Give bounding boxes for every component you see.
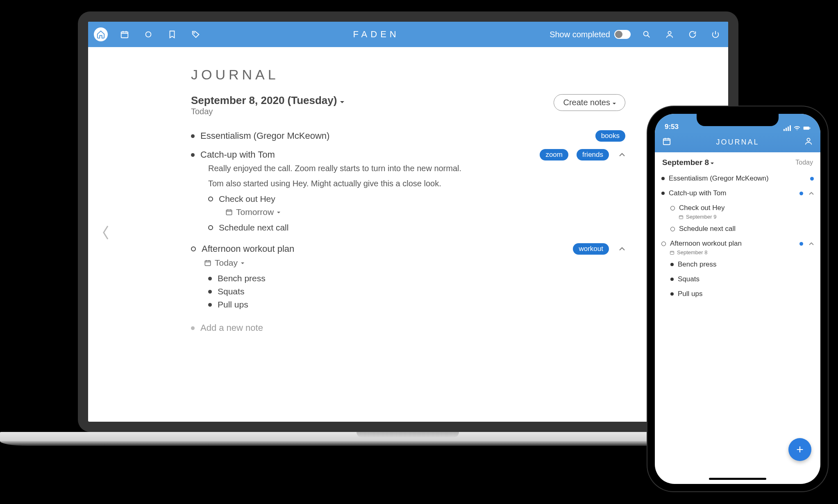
collapse-toggle[interactable] (809, 190, 814, 197)
svg-rect-5 (226, 210, 232, 215)
prev-day-button[interactable] (101, 224, 110, 245)
bullet-task-icon[interactable] (208, 197, 213, 201)
chevron-down-icon (711, 158, 714, 167)
wifi-icon (793, 125, 801, 131)
entry-children: Bench press Squats Pull ups (208, 272, 625, 311)
entry-title: Squats (218, 287, 625, 296)
svg-rect-7 (804, 127, 809, 130)
journal-entry[interactable]: Afternoon workout plan workout Today (191, 242, 625, 311)
tag-books[interactable]: books (595, 130, 625, 142)
tag-workout[interactable]: workout (573, 243, 609, 255)
phone-entry[interactable]: Essentialism (Gregor McKeown) (660, 171, 815, 186)
entry-title: Pull ups (218, 300, 625, 310)
header-left-icons (94, 27, 203, 41)
phone-entry[interactable]: Check out Hey (669, 201, 815, 215)
bullet-task-icon[interactable] (670, 227, 675, 231)
chevron-down-icon (340, 94, 344, 107)
phone-today-label: Today (795, 159, 813, 166)
phone-date-row: September 8 Today (655, 152, 820, 171)
collapse-toggle[interactable] (809, 240, 814, 247)
schedule-chip[interactable]: Tomorrow (225, 207, 625, 217)
toggle-switch[interactable] (614, 30, 631, 39)
add-note-fab[interactable]: + (788, 438, 811, 461)
entry-title: Check out Hey (679, 204, 814, 212)
svg-rect-12 (670, 251, 674, 254)
svg-point-2 (194, 32, 195, 33)
phone-list: Essentialism (Gregor McKeown) Catch-up w… (655, 171, 820, 301)
entry-children: Check out Hey Tomorrow Schedule next cal… (208, 192, 625, 234)
journal-entry[interactable]: Bench press (208, 272, 625, 285)
date-row: September 8, 2020 (Tuesday) Today Create… (191, 94, 625, 127)
entry-title: Afternoon workout plan (670, 240, 795, 248)
battery-icon (803, 125, 811, 131)
user-icon[interactable] (663, 27, 677, 41)
tag-friends[interactable]: friends (577, 149, 609, 160)
bullet-task-icon[interactable] (208, 225, 213, 230)
bullet-task-icon[interactable] (191, 246, 196, 251)
svg-rect-0 (121, 32, 128, 38)
bullet-task-icon[interactable] (661, 242, 666, 246)
phone-entry[interactable]: Pull ups (669, 287, 815, 301)
create-notes-button[interactable]: Create notes (554, 94, 625, 111)
entry-body[interactable]: Really enjoyed the call. Zoom really sta… (208, 162, 625, 190)
calendar-icon[interactable] (118, 27, 132, 41)
journal-entry[interactable]: Catch-up with Tom zoom friends Really en… (191, 147, 625, 234)
journal-entry[interactable]: Schedule next call (208, 221, 625, 234)
phone-entry[interactable]: Squats (669, 272, 815, 287)
entry-title: Essentialism (Gregor McKeown) (669, 174, 806, 183)
power-icon[interactable] (709, 27, 722, 41)
bullet-note-icon (670, 292, 674, 296)
sync-icon[interactable] (686, 27, 699, 41)
entry-title: Pull ups (678, 290, 814, 298)
add-note-placeholder: Add a new note (200, 323, 625, 333)
tag-indicator-icon (799, 192, 803, 195)
svg-rect-9 (663, 139, 670, 145)
user-icon[interactable] (804, 137, 813, 147)
phone-screen: 9:53 JOURNAL September 8 Today (655, 114, 820, 484)
bullet-note-icon (661, 177, 665, 180)
phone-entry[interactable]: Schedule next call (669, 221, 815, 236)
entry-title: Catch-up with Tom (200, 149, 531, 160)
phone-entry[interactable]: Catch-up with Tom (660, 186, 815, 201)
bullet-note-icon (208, 277, 212, 280)
bullet-note-icon (208, 303, 212, 307)
bullet-note-icon (670, 278, 674, 281)
phone-entry[interactable]: Bench press (669, 257, 815, 272)
svg-point-10 (807, 138, 810, 141)
bookmark-icon[interactable] (165, 27, 179, 41)
home-icon[interactable] (94, 27, 108, 41)
entry-title: Squats (678, 275, 814, 283)
journal-entry[interactable]: Pull ups (208, 298, 625, 311)
bullet-task-icon[interactable] (670, 206, 675, 210)
tag-zoom[interactable]: zoom (540, 149, 568, 160)
tag-indicator-icon (810, 177, 814, 181)
home-indicator (709, 478, 766, 480)
chevron-down-icon (241, 260, 244, 266)
entry-title: Schedule next call (679, 225, 814, 233)
phone-date-heading[interactable]: September 8 (662, 158, 714, 167)
svg-rect-11 (679, 215, 683, 219)
date-heading[interactable]: September 8, 2020 (Tuesday) (191, 94, 344, 107)
phone-entry[interactable]: Afternoon workout plan (660, 236, 815, 251)
add-note-row[interactable]: Add a new note (191, 321, 625, 335)
search-icon[interactable] (640, 27, 654, 41)
app-header: FADEN Show completed (88, 22, 728, 47)
bullet-placeholder-icon (191, 326, 195, 330)
schedule-chip[interactable]: September 9 (679, 214, 815, 220)
circle-icon[interactable] (141, 27, 155, 41)
calendar-icon[interactable] (662, 137, 671, 147)
collapse-toggle[interactable] (619, 245, 625, 253)
schedule-chip[interactable]: Today (204, 258, 625, 268)
status-time: 9:53 (665, 123, 679, 131)
journal-entry[interactable]: Squats (208, 285, 625, 298)
journal-entry[interactable]: Essentialism (Gregor McKeown) books (191, 129, 625, 143)
show-completed-toggle[interactable]: Show completed (550, 30, 631, 39)
svg-rect-8 (809, 127, 810, 129)
schedule-chip[interactable]: September 8 (670, 249, 815, 255)
laptop-screen: FADEN Show completed (88, 22, 728, 422)
tag-icon[interactable] (189, 27, 203, 41)
entry-title: Essentialism (Gregor McKeown) (200, 131, 587, 141)
journal-entry[interactable]: Check out Hey (208, 192, 625, 206)
collapse-toggle[interactable] (619, 151, 625, 159)
show-completed-label: Show completed (550, 30, 610, 39)
